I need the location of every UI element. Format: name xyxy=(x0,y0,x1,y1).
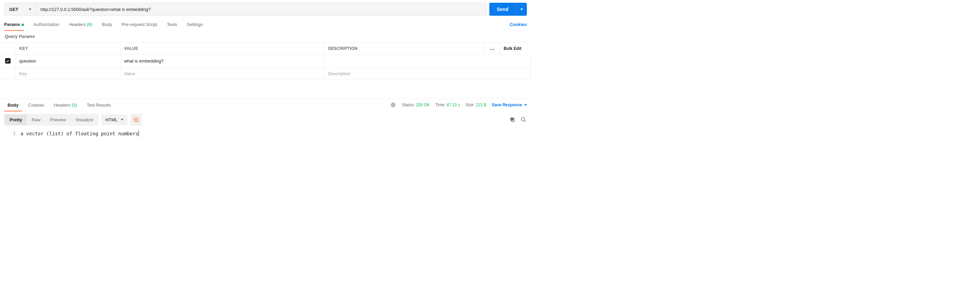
time-value: 47.13 s xyxy=(447,103,460,107)
resp-tab-cookies[interactable]: Cookies xyxy=(25,99,48,111)
status-value: 200 OK xyxy=(416,103,430,107)
time-label: Time: xyxy=(435,103,445,107)
chevron-down-icon xyxy=(520,8,523,10)
svg-rect-2 xyxy=(511,117,514,121)
response-body-viewer[interactable]: 1 a vector (list) of floating point numb… xyxy=(0,128,531,147)
wrap-lines-button[interactable] xyxy=(130,114,142,125)
wrap-icon xyxy=(133,117,139,122)
col-description: DESCRIPTION xyxy=(325,43,484,54)
tab-params-label: Params xyxy=(4,22,20,27)
viewer-toolbar: Pretty Raw Preview Visualize HTML xyxy=(0,111,531,128)
chevron-down-icon xyxy=(524,104,527,106)
svg-point-3 xyxy=(522,117,525,121)
param-row: question what is embedding? xyxy=(0,54,531,68)
params-modified-dot-icon xyxy=(22,24,24,26)
http-method-value: GET xyxy=(9,7,18,12)
save-response-button[interactable]: Save Response xyxy=(492,103,527,107)
param-row-new: Key Value Description xyxy=(0,67,531,80)
resp-tab-headers-label: Headers xyxy=(54,103,70,107)
resp-tab-body[interactable]: Body xyxy=(4,99,22,111)
method-url-group: GET xyxy=(4,3,487,16)
section-divider xyxy=(0,80,531,99)
param-key-placeholder[interactable]: Key xyxy=(16,67,121,80)
time-block: Time: 47.13 s xyxy=(435,103,460,107)
bulk-edit-button[interactable]: Bulk Edit xyxy=(500,43,531,54)
query-params-table: KEY VALUE DESCRIPTION Bulk Edit question… xyxy=(0,42,531,80)
format-value: HTML xyxy=(105,117,118,122)
text-caret xyxy=(138,131,139,136)
response-tabs: Body Cookies Headers (5) Test Results xyxy=(4,99,117,111)
param-description-placeholder[interactable]: Description xyxy=(325,67,531,80)
more-icon xyxy=(490,49,495,50)
send-button-group: Send xyxy=(489,3,527,16)
tab-body[interactable]: Body xyxy=(102,18,117,30)
param-value-cell[interactable]: what is embedding? xyxy=(121,54,325,68)
view-preview-button[interactable]: Preview xyxy=(45,114,71,125)
query-params-title: Query Params xyxy=(0,30,531,42)
param-checkbox-empty xyxy=(0,67,16,80)
cookies-link[interactable]: Cookies xyxy=(509,18,527,30)
http-method-select[interactable]: GET xyxy=(5,3,37,15)
save-response-label: Save Response xyxy=(492,103,522,107)
globe-icon[interactable] xyxy=(390,101,396,108)
response-body-line: a vector (list) of floating point number… xyxy=(21,131,531,136)
search-icon[interactable] xyxy=(520,116,527,123)
send-button[interactable]: Send xyxy=(489,3,516,16)
view-raw-button[interactable]: Raw xyxy=(27,114,45,125)
param-value-placeholder[interactable]: Value xyxy=(121,67,325,80)
tab-headers-label: Headers xyxy=(69,22,86,27)
size-label: Size: xyxy=(465,103,475,107)
copy-icon[interactable] xyxy=(509,116,516,123)
status-label: Status: xyxy=(402,103,415,107)
response-meta: Status: 200 OK Time: 47.13 s Size: 213 B… xyxy=(390,101,527,108)
col-checkbox xyxy=(0,43,16,54)
resp-tab-headers[interactable]: Headers (5) xyxy=(50,99,81,111)
tab-settings[interactable]: Settings xyxy=(187,18,207,30)
param-description-cell[interactable] xyxy=(325,54,531,68)
resp-headers-count: (5) xyxy=(72,103,77,107)
send-dropdown[interactable] xyxy=(516,3,527,16)
viewer-right-tools xyxy=(509,116,527,123)
tab-prerequest[interactable]: Pre-request Script xyxy=(121,18,162,30)
chevron-down-icon xyxy=(121,119,124,121)
col-value: VALUE xyxy=(121,43,325,54)
request-tabs: Params Authorization Headers (6) Body Pr… xyxy=(0,18,531,30)
response-body-text: a vector (list) of floating point number… xyxy=(21,131,138,136)
resp-tab-test-results[interactable]: Test Results xyxy=(83,99,114,111)
tab-headers[interactable]: Headers (6) xyxy=(69,18,97,30)
tab-tests[interactable]: Tests xyxy=(167,18,182,30)
param-key-cell[interactable]: question xyxy=(16,54,121,68)
url-input[interactable] xyxy=(37,3,486,15)
tab-authorization[interactable]: Authorization xyxy=(33,18,64,30)
tab-params[interactable]: Params xyxy=(4,18,29,30)
format-select[interactable]: HTML xyxy=(101,114,127,125)
size-block: Size: 213 B xyxy=(465,103,486,107)
col-more[interactable] xyxy=(485,43,500,54)
view-visualize-button[interactable]: Visualize xyxy=(71,114,98,125)
status-block: Status: 200 OK xyxy=(402,103,430,107)
headers-count: (6) xyxy=(87,22,92,27)
check-icon xyxy=(6,59,10,63)
chevron-down-icon xyxy=(29,8,32,10)
request-bar: GET Send xyxy=(0,0,531,18)
param-checkbox[interactable] xyxy=(5,58,11,64)
response-tabs-row: Body Cookies Headers (5) Test Results St… xyxy=(0,99,531,111)
size-value: 213 B xyxy=(476,103,486,107)
col-key: KEY xyxy=(16,43,121,54)
line-number: 1 xyxy=(0,131,21,136)
view-pretty-button[interactable]: Pretty xyxy=(5,114,27,125)
view-mode-segment: Pretty Raw Preview Visualize xyxy=(4,114,99,126)
